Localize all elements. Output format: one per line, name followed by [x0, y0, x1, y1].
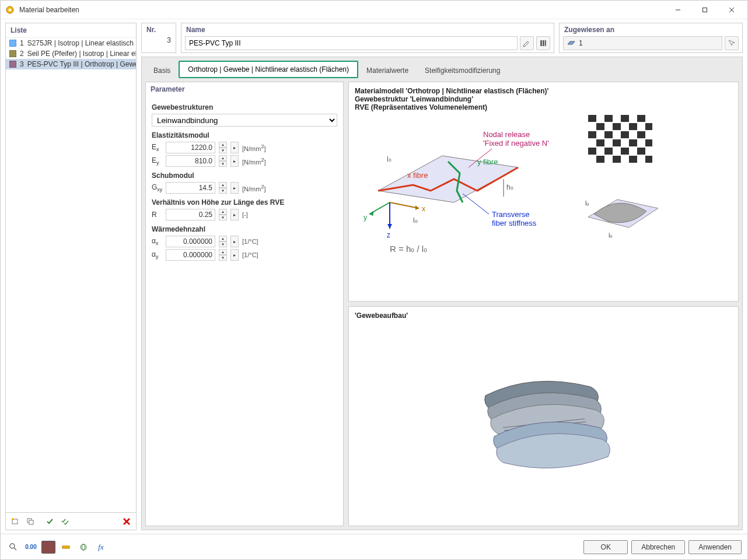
svg-rect-33 [604, 115, 613, 122]
list-item[interactable]: 2 Seil PE (Pfeifer) | Isotrop | Linear e… [6, 48, 136, 59]
spin-up[interactable]: ▲ [219, 236, 227, 242]
assigned-value: 1 [579, 39, 583, 47]
ax-input[interactable]: 0.000000 [166, 236, 215, 247]
color-swatch [9, 40, 16, 47]
nr-box: Nr. 3 [141, 23, 176, 53]
copy-item-button[interactable] [23, 515, 37, 528]
svg-rect-64 [62, 546, 69, 548]
gxy-input[interactable]: 14.5 [166, 182, 215, 194]
svg-rect-52 [596, 156, 604, 163]
list-number: 1 [20, 39, 24, 47]
svg-line-63 [14, 548, 16, 550]
pick-button[interactable] [725, 36, 739, 50]
tab-materialwerte[interactable]: Materialwerte [358, 63, 417, 78]
ex-label: Ex [152, 143, 162, 152]
spin-down[interactable]: ▼ [219, 161, 227, 167]
spin-up[interactable]: ▲ [219, 142, 227, 148]
svg-rect-51 [637, 148, 645, 155]
ok-button[interactable]: OK [583, 540, 628, 554]
go-button[interactable]: ▸ [230, 182, 239, 194]
svg-rect-36 [596, 123, 604, 130]
spin-down[interactable]: ▼ [219, 255, 227, 261]
list-item[interactable]: 3 PES-PVC Typ III | Orthotrop | Gewebe [6, 59, 136, 69]
spin-down[interactable]: ▼ [219, 188, 227, 194]
go-button[interactable]: ▸ [230, 209, 239, 220]
formula-label: R = h₀ / l₀ [390, 244, 427, 254]
content-area: Liste 1 S275JR | Isotrop | Linear elasti… [1, 19, 747, 534]
tab-basis[interactable]: Basis [145, 63, 179, 78]
gewebe-combo[interactable]: Leinwandbindung [152, 114, 337, 127]
ruler-icon[interactable] [59, 541, 73, 554]
check-all-button[interactable] [58, 515, 72, 528]
close-button[interactable] [718, 1, 745, 19]
svg-text:l₀: l₀ [609, 232, 613, 239]
gewebe-diagram-panel: 'Gewebeaufbau' [348, 306, 739, 526]
list-header: Liste [6, 23, 136, 38]
ey-input[interactable]: 810.0 [166, 155, 215, 167]
r-label: R [152, 211, 162, 219]
spin-up[interactable]: ▲ [219, 209, 227, 215]
trans-label1: Transverse [492, 210, 530, 219]
svg-rect-47 [645, 139, 652, 146]
name-input[interactable] [185, 36, 518, 50]
spin-down[interactable]: ▼ [219, 148, 227, 153]
svg-marker-23 [387, 224, 392, 229]
trans-label2: fiber stiffness [492, 219, 537, 228]
go-button[interactable]: ▸ [230, 142, 239, 153]
svg-line-16 [390, 202, 419, 208]
check-button[interactable] [43, 515, 57, 528]
ey-unit: [N/mm2] [242, 157, 265, 166]
emod-label: Elastizitätsmodul [152, 131, 337, 139]
fabric-layers-icon [462, 360, 625, 477]
list-body: 1 S275JR | Isotrop | Linear elastisch 2 … [6, 38, 136, 512]
svg-point-7 [12, 518, 14, 520]
svg-rect-50 [621, 148, 629, 155]
spin-up[interactable]: ▲ [219, 249, 227, 255]
tab-orthotrop[interactable]: Orthotrop | Gewebe | Nichtlinear elastis… [179, 61, 358, 78]
color-icon[interactable] [41, 541, 55, 554]
apply-button[interactable]: Anwenden [688, 540, 742, 554]
search-icon[interactable] [6, 541, 20, 554]
spin-up[interactable]: ▲ [219, 155, 227, 161]
list-text: Seil PE (Pfeifer) | Isotrop | Linear ela… [27, 50, 136, 58]
go-button[interactable]: ▸ [230, 236, 239, 247]
svg-text:h₀: h₀ [506, 183, 513, 191]
svg-point-62 [10, 544, 15, 548]
spin-down[interactable]: ▼ [219, 215, 227, 220]
svg-rect-32 [588, 115, 596, 122]
edit-name-button[interactable] [520, 36, 534, 50]
svg-text:l₀: l₀ [413, 216, 418, 225]
svg-point-66 [82, 544, 85, 550]
units-icon[interactable]: 0.00 [24, 541, 38, 554]
ay-unit: [1/°C] [242, 251, 258, 258]
spin-up[interactable]: ▲ [219, 182, 227, 188]
svg-line-30 [463, 194, 489, 214]
schub-label: Schubmodul [152, 172, 337, 180]
function-icon[interactable]: fx [94, 541, 108, 554]
maximize-button[interactable] [691, 1, 718, 19]
spin-down[interactable]: ▼ [219, 242, 227, 247]
rve-diagram-panel: Materialmodell 'Orthotrop | Nichtlinear … [348, 82, 739, 302]
delete-button[interactable] [120, 515, 134, 528]
svg-rect-3 [703, 8, 707, 12]
list-item[interactable]: 1 S275JR | Isotrop | Linear elastisch [6, 38, 136, 48]
go-button[interactable]: ▸ [230, 155, 239, 167]
assigned-input[interactable]: 1 [563, 36, 722, 50]
cancel-button[interactable]: Abbrechen [631, 540, 685, 554]
svg-rect-9 [29, 520, 33, 524]
svg-rect-48 [588, 148, 596, 155]
svg-rect-49 [604, 148, 613, 155]
minimize-button[interactable] [665, 1, 691, 19]
svg-rect-40 [588, 131, 596, 138]
tab-steifigkeit[interactable]: Steifigkeitsmodifizierung [417, 63, 508, 78]
r-input[interactable]: 0.25 [166, 209, 215, 220]
gxy-label: Gxy [152, 183, 162, 192]
yfibre-label: y fibre [477, 158, 498, 166]
library-button[interactable] [536, 36, 550, 50]
right-panel: Nr. 3 Name Zugewi [141, 23, 743, 530]
ex-input[interactable]: 1220.0 [166, 142, 215, 153]
new-item-button[interactable] [8, 515, 22, 528]
ay-input[interactable]: 0.000000 [166, 249, 215, 261]
globe-icon[interactable] [76, 541, 90, 554]
go-button[interactable]: ▸ [230, 249, 239, 261]
